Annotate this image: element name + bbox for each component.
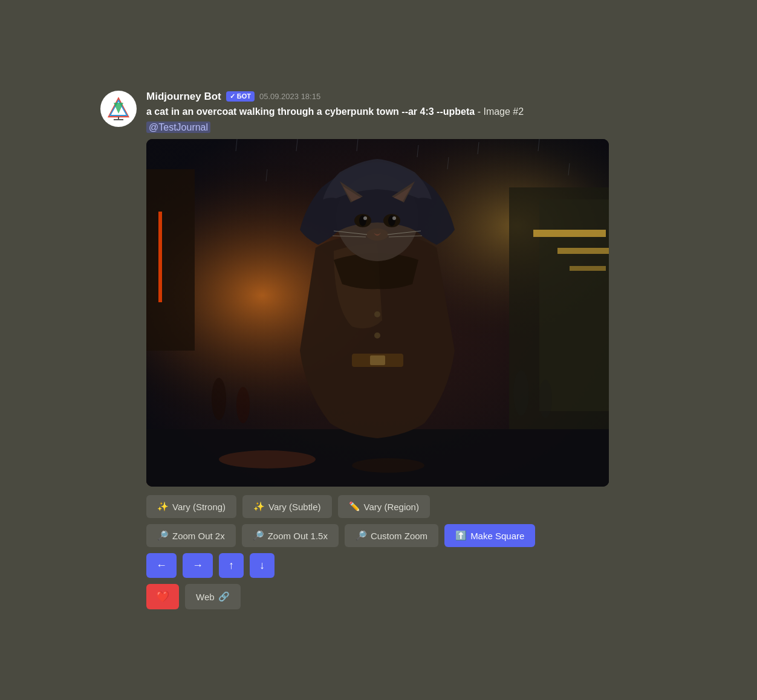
message-header: Midjourney Bot ✓ БОТ 05.09.2023 18:15 [146, 91, 657, 103]
custom-zoom-label: Custom Zoom [371, 531, 427, 541]
custom-zoom-button[interactable]: 🔎 Custom Zoom [345, 524, 438, 547]
vary-subtle-label: Vary (Subtle) [268, 502, 320, 512]
timestamp: 05.09.2023 18:15 [259, 92, 320, 101]
custom-zoom-icon: 🔎 [356, 530, 367, 541]
arrow-right-button[interactable]: → [183, 553, 213, 578]
avatar [100, 91, 137, 127]
vary-subtle-icon: ✨ [253, 501, 265, 512]
arrow-left-icon: ← [156, 559, 167, 572]
mention: @TestJournal [146, 122, 210, 133]
button-row-actions: ❤️ Web 🔗 [146, 584, 657, 609]
svg-point-19 [539, 380, 552, 418]
svg-point-22 [352, 458, 424, 473]
web-button[interactable]: Web 🔗 [185, 584, 241, 609]
prompt-text: a cat in an overcoat walking through a c… [146, 105, 657, 118]
web-label: Web [196, 592, 215, 602]
zoom-out-1-5x-icon: 🔎 [253, 530, 264, 541]
svg-point-30 [363, 216, 367, 220]
zoom-out-2x-icon: 🔎 [157, 530, 169, 541]
svg-rect-14 [557, 248, 609, 254]
arrow-right-icon: → [192, 559, 203, 572]
svg-rect-13 [533, 230, 606, 237]
svg-point-21 [219, 450, 316, 468]
svg-point-32 [366, 228, 388, 241]
svg-marker-2 [114, 103, 123, 114]
vary-strong-icon: ✨ [157, 501, 169, 512]
svg-point-38 [374, 332, 380, 339]
mention-line: @TestJournal [146, 122, 657, 133]
message-content: Midjourney Bot ✓ БОТ 05.09.2023 18:15 a … [146, 91, 657, 609]
zoom-out-1-5x-button[interactable]: 🔎 Zoom Out 1.5x [242, 524, 339, 547]
svg-point-17 [236, 387, 250, 423]
arrow-down-icon: ↓ [259, 559, 265, 572]
zoom-out-1-5x-label: Zoom Out 1.5x [268, 531, 328, 541]
button-row-zoom: 🔎 Zoom Out 2x 🔎 Zoom Out 1.5x 🔎 Custom Z… [146, 524, 657, 547]
heart-icon: ❤️ [156, 590, 169, 603]
svg-rect-12 [158, 212, 162, 302]
button-row-vary: ✨ Vary (Strong) ✨ Vary (Subtle) ✏️ Vary … [146, 495, 657, 518]
image-placeholder [146, 139, 609, 487]
arrow-down-button[interactable]: ↓ [250, 553, 275, 578]
prompt-bold: a cat in an overcoat walking through a c… [146, 106, 475, 117]
zoom-out-2x-button[interactable]: 🔎 Zoom Out 2x [146, 524, 236, 547]
arrow-up-button[interactable]: ↑ [219, 553, 244, 578]
vary-subtle-button[interactable]: ✨ Vary (Subtle) [242, 495, 331, 518]
make-square-label: Make Square [470, 531, 524, 541]
button-row-arrows: ← → ↑ ↓ [146, 553, 657, 578]
heart-button[interactable]: ❤️ [146, 584, 179, 609]
vary-strong-button[interactable]: ✨ Vary (Strong) [146, 495, 236, 518]
make-square-icon: ⬆️ [455, 530, 467, 541]
vary-region-icon: ✏️ [349, 501, 360, 512]
bot-name: Midjourney Bot [146, 91, 221, 103]
web-external-link-icon: 🔗 [218, 591, 230, 602]
make-square-button[interactable]: ⬆️ Make Square [444, 524, 535, 547]
svg-point-37 [374, 311, 380, 317]
svg-rect-15 [570, 266, 606, 271]
generated-image [146, 139, 609, 487]
svg-point-18 [513, 370, 529, 416]
buttons-area: ✨ Vary (Strong) ✨ Vary (Subtle) ✏️ Vary … [146, 495, 657, 609]
vary-strong-label: Vary (Strong) [172, 502, 226, 512]
chat-container: Midjourney Bot ✓ БОТ 05.09.2023 18:15 a … [76, 73, 681, 627]
vary-region-label: Vary (Region) [364, 502, 419, 512]
svg-point-16 [212, 378, 226, 420]
zoom-out-2x-label: Zoom Out 2x [172, 531, 225, 541]
vary-region-button[interactable]: ✏️ Vary (Region) [338, 495, 430, 518]
bot-badge: ✓ БОТ [226, 91, 255, 102]
svg-rect-9 [146, 169, 195, 351]
arrow-up-icon: ↑ [229, 559, 234, 572]
svg-point-31 [392, 216, 396, 220]
arrow-left-button[interactable]: ← [146, 553, 177, 578]
svg-rect-24 [370, 355, 385, 365]
message-row: Midjourney Bot ✓ БОТ 05.09.2023 18:15 a … [100, 91, 657, 609]
